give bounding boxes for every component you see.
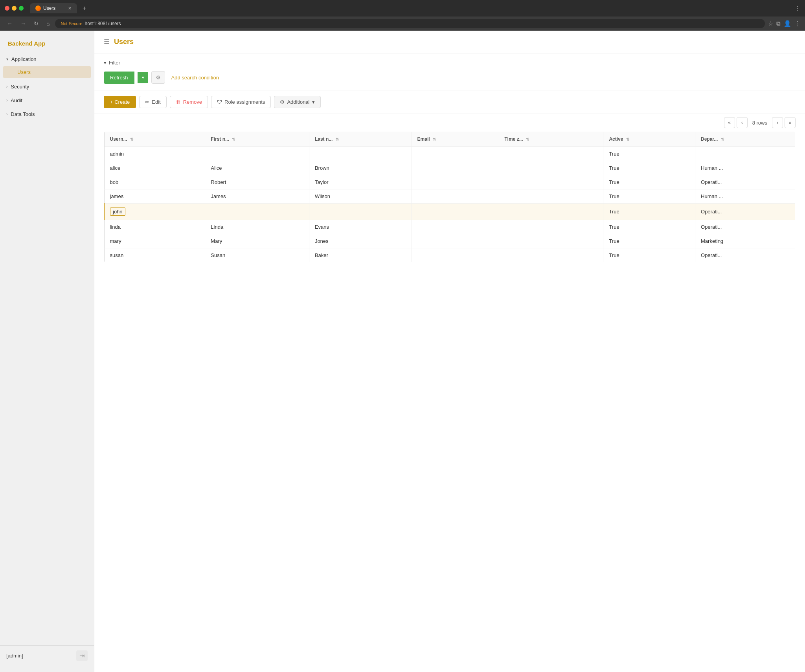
minimize-button[interactable]: [12, 6, 17, 11]
additional-chevron-icon: ▾: [312, 99, 315, 105]
filter-header[interactable]: ▾ Filter: [104, 60, 796, 66]
extensions-icon2[interactable]: ⧉: [776, 20, 781, 27]
cell-email: [412, 234, 499, 248]
cell-username: linda: [104, 220, 205, 234]
cell-firstname: Susan: [205, 248, 309, 263]
cell-active: True: [603, 220, 695, 234]
create-button[interactable]: + Create: [104, 96, 136, 108]
role-assignments-button[interactable]: 🛡 Role assignments: [211, 96, 271, 108]
next-page-button[interactable]: ›: [772, 117, 783, 128]
cell-timezone: [499, 234, 603, 248]
col-active[interactable]: Active ⇅: [603, 132, 695, 147]
sidebar-section-application-header[interactable]: ▾ Application: [0, 53, 94, 65]
last-page-button[interactable]: »: [785, 117, 796, 128]
chevron-down-icon: ▾: [6, 57, 8, 61]
close-button[interactable]: [5, 6, 9, 11]
sidebar-section-application-label: Application: [11, 56, 37, 62]
add-search-condition-button[interactable]: Add search condition: [168, 72, 222, 83]
users-table: Usern... ⇅ First n... ⇅ Last n... ⇅ Em: [104, 131, 796, 263]
sidebar-section-application: ▾ Application Users: [0, 53, 94, 79]
cell-firstname: James: [205, 189, 309, 204]
table-row[interactable]: lindaLindaEvansTrueOperati...: [104, 220, 796, 234]
sidebar-user-label: [admin]: [6, 653, 23, 659]
cell-department: Human ...: [695, 161, 796, 175]
cell-username: alice: [104, 161, 205, 175]
filter-chevron-icon: ▾: [104, 60, 107, 66]
filter-section: ▾ Filter Refresh ▾ ⚙ Add search conditio…: [94, 53, 805, 90]
sidebar-section-security-header[interactable]: › Security: [0, 81, 94, 93]
main-header: ☰ Users: [94, 31, 805, 53]
browser-tab[interactable]: Users ✕: [30, 3, 77, 13]
table-row[interactable]: aliceAliceBrownTrueHuman ...: [104, 161, 796, 175]
table-row[interactable]: jamesJamesWilsonTrueHuman ...: [104, 189, 796, 204]
traffic-lights: [5, 6, 24, 11]
browser-chrome: Users ✕ + ⋮: [0, 0, 805, 17]
address-bar[interactable]: Not Secure host1:8081/users: [55, 19, 765, 28]
security-indicator: Not Secure: [61, 21, 82, 26]
menu-dots-icon[interactable]: ⋮: [794, 20, 800, 27]
first-page-button[interactable]: «: [724, 117, 735, 128]
col-username-label: Usern...: [110, 136, 127, 142]
col-department[interactable]: Depar... ⇅: [695, 132, 796, 147]
filter-gear-button[interactable]: ⚙: [151, 71, 165, 84]
maximize-button[interactable]: [19, 6, 24, 11]
rows-info: 8 rows: [749, 120, 770, 126]
cell-active: True: [603, 175, 695, 189]
sidebar: Backend App ▾ Application Users › Securi…: [0, 31, 94, 672]
sidebar-section-audit-header[interactable]: › Audit: [0, 94, 94, 106]
reload-button[interactable]: ↻: [31, 20, 41, 28]
app-logo: Backend App: [0, 37, 94, 53]
table-row[interactable]: bobRobertTaylorTrueOperati...: [104, 175, 796, 189]
cell-active: True: [603, 234, 695, 248]
refresh-button[interactable]: Refresh: [104, 72, 134, 84]
tab-favicon: [35, 6, 41, 11]
edit-button[interactable]: ✏ Edit: [139, 96, 166, 108]
forward-button[interactable]: →: [18, 20, 28, 28]
main-content: ☰ Users ▾ Filter Refresh ▾ ⚙ Add search …: [94, 31, 805, 672]
col-firstname-label: First n...: [211, 136, 229, 142]
col-timezone[interactable]: Time z... ⇅: [499, 132, 603, 147]
col-lastname[interactable]: Last n... ⇅: [309, 132, 412, 147]
cell-timezone: [499, 189, 603, 204]
back-button[interactable]: ←: [5, 20, 15, 28]
cell-email: [412, 161, 499, 175]
hamburger-icon[interactable]: ☰: [104, 38, 109, 46]
new-tab-button[interactable]: +: [79, 4, 89, 13]
cell-lastname: Brown: [309, 161, 412, 175]
refresh-dropdown-button[interactable]: ▾: [138, 72, 148, 83]
cell-username: mary: [104, 234, 205, 248]
table-row[interactable]: adminTrue: [104, 147, 796, 161]
url-display: host1:8081/users: [85, 21, 121, 26]
tab-close-icon[interactable]: ✕: [68, 6, 72, 11]
col-firstname[interactable]: First n... ⇅: [205, 132, 309, 147]
table-row[interactable]: johnTrueOperati...: [104, 204, 796, 220]
home-button[interactable]: ⌂: [44, 20, 52, 28]
tab-title: Users: [43, 6, 55, 11]
cell-firstname: [205, 204, 309, 220]
sidebar-section-datatools-header[interactable]: › Data Tools: [0, 108, 94, 120]
cell-department: Human ...: [695, 189, 796, 204]
sidebar-section-security: › Security: [0, 81, 94, 93]
sort-icon-timezone: ⇅: [526, 137, 529, 141]
action-bar: + Create ✏ Edit 🗑 Remove 🛡 Role assignme…: [94, 90, 805, 114]
bookmark-icon[interactable]: ☆: [768, 20, 773, 27]
sidebar-item-users[interactable]: Users: [3, 66, 91, 78]
col-lastname-label: Last n...: [315, 136, 333, 142]
prev-page-button[interactable]: ‹: [737, 117, 748, 128]
profile-icon[interactable]: 👤: [784, 20, 791, 27]
sidebar-section-audit: › Audit: [0, 94, 94, 106]
col-email-label: Email: [417, 136, 430, 142]
col-email[interactable]: Email ⇅: [412, 132, 499, 147]
table-row[interactable]: susanSusanBakerTrueOperati...: [104, 248, 796, 263]
remove-button[interactable]: 🗑 Remove: [170, 96, 208, 108]
filter-controls: Refresh ▾ ⚙ Add search condition: [104, 71, 796, 84]
table-row[interactable]: maryMaryJonesTrueMarketing: [104, 234, 796, 248]
logout-button[interactable]: ⇥: [76, 650, 88, 661]
sort-icon-username: ⇅: [130, 137, 133, 141]
col-username[interactable]: Usern... ⇅: [104, 132, 205, 147]
pagination-bar: « ‹ 8 rows › »: [94, 114, 805, 131]
additional-button[interactable]: ⚙ Additional ▾: [274, 96, 320, 108]
cell-department: Marketing: [695, 234, 796, 248]
cell-timezone: [499, 248, 603, 263]
extensions-icon[interactable]: ⋮: [795, 5, 800, 11]
